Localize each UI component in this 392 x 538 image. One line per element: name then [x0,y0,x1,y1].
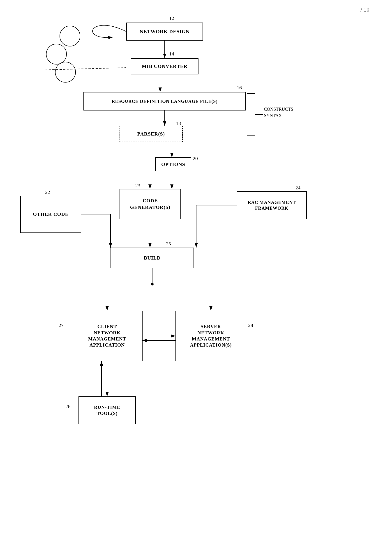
network-design-box: NETWORK DESIGN [126,23,203,41]
constructs-syntax-label: CONSTRUCTSSYNTAX [264,106,293,119]
rdl-files-box: RESOURCE DEFINITION LANGUAGE FILE(S) [84,92,246,111]
rac-management-id: 24 [295,185,300,191]
mib-converter-box: MIB CONVERTER [131,58,198,74]
diagram: / 10 [0,0,392,538]
svg-point-8 [55,62,75,82]
server-nma-id: 28 [248,322,253,328]
parsers-box: PARSER(S) [120,126,183,142]
rac-management-box: RAC MANAGEMENT FRAMEWORK [237,191,307,219]
svg-line-5 [45,68,126,70]
parsers-id: 18 [176,121,181,126]
code-generators-id: 23 [135,183,140,189]
build-id: 25 [166,241,171,247]
diagram-lines [0,0,392,538]
svg-point-7 [46,44,66,64]
build-box: BUILD [111,248,194,268]
network-design-id: 12 [169,15,174,21]
client-nma-id: 27 [59,322,64,328]
other-code-id: 22 [45,189,50,195]
runtime-tools-box: RUN-TIME TOOL(S) [79,396,136,424]
code-generators-box: CODE GENERATOR(S) [120,189,181,219]
other-code-box: OTHER CODE [20,196,81,233]
rdl-files-id: 16 [237,85,242,91]
client-nma-box: CLIENT NETWORK MANAGEMENT APPLICATION [72,311,143,361]
svg-point-26 [151,283,154,285]
options-id: 20 [193,156,198,162]
server-nma-box: SERVER NETWORK MANAGEMENT APPLICATION(S) [176,311,246,361]
options-box: OPTIONS [155,157,191,171]
runtime-tools-id: 26 [65,404,70,409]
figure-number: / 10 [360,6,369,13]
mib-converter-id: 14 [169,51,174,57]
svg-point-6 [60,26,80,46]
